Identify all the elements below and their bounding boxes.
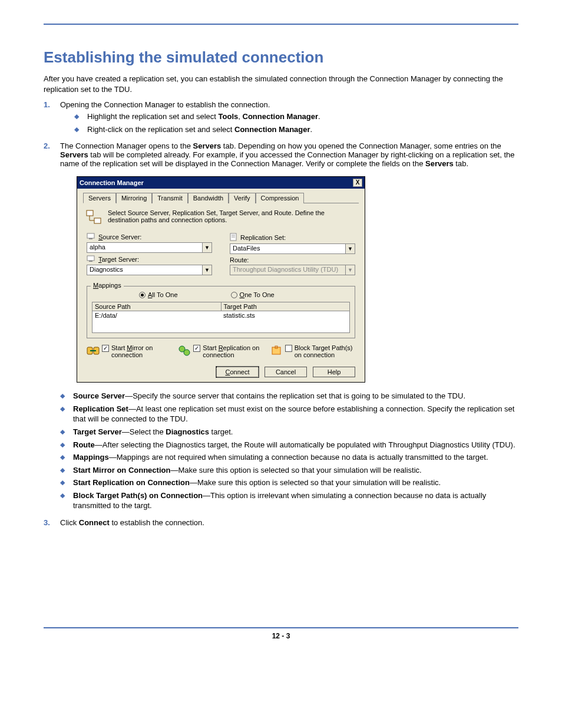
diamond-bullet-icon: ◆: [60, 427, 73, 437]
replication-set-dropdown[interactable]: DataFiles ▼: [230, 243, 355, 254]
svg-rect-3: [89, 238, 92, 239]
servers-tab-icon: [85, 209, 102, 225]
svg-rect-5: [89, 261, 92, 262]
cancel-button[interactable]: Cancel: [265, 367, 307, 377]
diamond-bullet-icon: ◆: [60, 440, 73, 450]
mappings-group: Mappings All To One One To One: [87, 286, 355, 338]
mirror-check-label: Start Mirror on connection: [111, 344, 172, 358]
def-target-server: Target Server—Select the Diagnostics tar…: [73, 427, 518, 437]
step1-sub1: Highlight the replication set and select…: [87, 111, 518, 122]
def-mirror: Start Mirror on Connection—Make sure thi…: [73, 465, 518, 476]
route-label: Route:: [230, 256, 249, 263]
step1-text: Opening the Connection Manager to establ…: [60, 100, 270, 109]
tab-transmit[interactable]: Transmit: [152, 193, 187, 203]
tab-compression[interactable]: Compression: [256, 193, 305, 203]
def-block: Block Target Path(s) on Connection—This …: [73, 490, 518, 511]
document-icon: [230, 233, 237, 242]
block-icon: [270, 344, 283, 357]
diamond-bullet-icon: ◆: [60, 490, 73, 501]
dialog-close-button[interactable]: X: [353, 179, 362, 187]
svg-point-12: [184, 350, 190, 355]
target-server-dropdown[interactable]: Diagnostics ▼: [87, 265, 212, 275]
step-number: 3.: [44, 518, 60, 527]
chevron-down-icon[interactable]: ▼: [202, 265, 211, 275]
step3-text: Click Connect to establish the connectio…: [60, 518, 518, 527]
table-row[interactable]: E:/data/ statistic.sts: [92, 311, 349, 332]
col-target-path: Target Path: [222, 302, 350, 311]
route-dropdown: Throughput Diagnostics Utility (TDU) ▼: [230, 265, 355, 275]
tab-description: Select Source Server, Replication Set, T…: [108, 209, 356, 223]
diamond-bullet-icon: ◆: [60, 404, 73, 414]
server-icon: [87, 255, 95, 263]
mirror-checkbox[interactable]: ✓: [102, 345, 109, 352]
tab-bandwidth[interactable]: Bandwidth: [188, 193, 229, 203]
def-route: Route—After selecting the Diagnostics ta…: [73, 440, 518, 450]
chevron-down-icon[interactable]: ▼: [202, 243, 211, 252]
col-source-path: Source Path: [92, 302, 222, 311]
def-mappings: Mappings—Mappings are not required when …: [73, 452, 518, 463]
radio-all-to-one[interactable]: All To One: [139, 291, 178, 298]
diamond-bullet-icon: ◆: [60, 477, 73, 488]
svg-rect-1: [94, 218, 101, 223]
step-number: 1.: [44, 100, 60, 137]
source-server-label: Source Server:: [98, 233, 141, 241]
diamond-bullet-icon: ◆: [60, 391, 73, 401]
tab-verify[interactable]: Verify: [229, 193, 256, 203]
tab-mirroring[interactable]: Mirroring: [116, 193, 152, 203]
connect-button[interactable]: Connect: [216, 367, 259, 377]
server-icon: [87, 233, 95, 241]
replication-check-label: Start Replication on connection: [203, 344, 263, 358]
page-number: 12 - 3: [44, 632, 518, 640]
radio-icon: [139, 292, 146, 298]
target-server-label: Target Server:: [98, 256, 139, 263]
svg-rect-4: [87, 256, 94, 261]
def-source-server: Source Server—Specify the source server …: [73, 391, 518, 401]
tab-servers[interactable]: Servers: [83, 193, 116, 203]
mappings-label: Mappings: [91, 282, 124, 289]
replication-icon: [178, 344, 191, 357]
svg-rect-0: [87, 210, 93, 216]
diamond-bullet-icon: ◆: [60, 465, 73, 476]
chevron-down-icon[interactable]: ▼: [345, 244, 355, 253]
radio-one-to-one[interactable]: One To One: [231, 291, 275, 298]
radio-icon: [231, 292, 237, 298]
step-number: 2.: [44, 141, 60, 513]
bottom-rule: [44, 627, 518, 628]
intro-text: After you have created a replication set…: [44, 74, 518, 94]
def-replication-set: Replication Set—At least one replication…: [73, 404, 518, 424]
block-checkbox[interactable]: [285, 345, 292, 352]
dialog-title: Connection Manager: [80, 179, 144, 186]
step1-sub2: Right-click on the replication set and s…: [87, 124, 518, 135]
diamond-bullet-icon: ◆: [74, 111, 87, 122]
dialog-tabs: Servers Mirroring Transmit Bandwidth Ver…: [83, 192, 359, 203]
mirror-icon: [87, 344, 100, 357]
connection-manager-dialog: Connection Manager X Servers Mirroring T…: [77, 176, 365, 383]
top-rule: [44, 24, 518, 25]
diamond-bullet-icon: ◆: [74, 124, 87, 135]
replication-set-label: Replication Set:: [240, 234, 286, 241]
mappings-table: Source Path Target Path E:/data/ statist…: [92, 302, 350, 333]
page-title: Establishing the simulated connection: [44, 48, 518, 67]
chevron-down-icon: ▼: [345, 265, 355, 275]
svg-rect-2: [87, 233, 94, 238]
block-check-label: Block Target Path(s) on connection: [295, 344, 355, 358]
replication-checkbox[interactable]: ✓: [193, 345, 200, 352]
help-button[interactable]: Help: [313, 367, 355, 377]
step2-text: The Connection Manager opens to the Serv…: [60, 141, 515, 168]
source-server-dropdown[interactable]: alpha ▼: [87, 242, 212, 253]
def-replication: Start Replication on Connection—Make sur…: [73, 477, 518, 488]
diamond-bullet-icon: ◆: [60, 452, 73, 463]
